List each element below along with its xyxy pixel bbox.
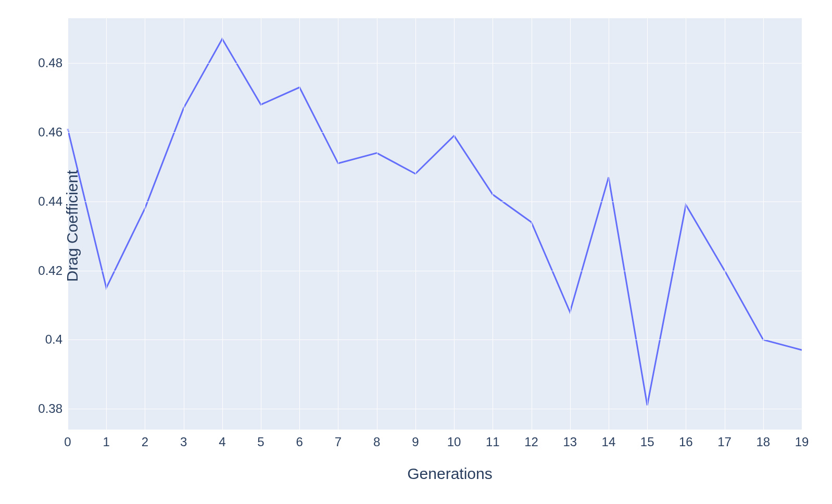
x-tick-label: 13 xyxy=(563,435,577,449)
x-tick-label: 9 xyxy=(412,435,419,449)
grid-line-vertical xyxy=(377,18,377,430)
line-series xyxy=(68,39,802,406)
x-tick-label: 16 xyxy=(679,435,693,449)
x-tick-label: 8 xyxy=(373,435,380,449)
y-tick-label: 0.42 xyxy=(38,263,62,278)
y-tick-label: 0.48 xyxy=(38,56,62,70)
x-tick-label: 6 xyxy=(296,435,303,449)
chart-container: Drag Coefficient Generations 01234567891… xyxy=(0,0,832,504)
grid-line-vertical xyxy=(261,18,261,430)
grid-line-horizontal xyxy=(68,409,802,409)
plot-area xyxy=(68,18,802,430)
x-tick-label: 14 xyxy=(602,435,616,449)
x-tick-label: 2 xyxy=(142,435,148,449)
grid-line-vertical xyxy=(145,18,145,430)
x-tick-label: 0 xyxy=(64,435,71,449)
grid-line-vertical xyxy=(299,18,300,430)
y-tick-label: 0.44 xyxy=(38,194,62,209)
x-tick-label: 18 xyxy=(756,435,770,449)
x-tick-label: 11 xyxy=(486,435,500,449)
grid-line-vertical xyxy=(493,18,493,430)
x-tick-label: 3 xyxy=(180,435,187,449)
grid-line-horizontal xyxy=(68,63,802,64)
x-tick-label: 17 xyxy=(717,435,732,449)
grid-line-vertical xyxy=(532,18,532,430)
x-tick-label: 4 xyxy=(219,435,225,449)
grid-line-vertical xyxy=(222,18,223,430)
x-tick-label: 5 xyxy=(257,435,264,449)
grid-line-vertical xyxy=(454,18,455,430)
grid-line-horizontal xyxy=(68,339,802,340)
x-tick-label: 19 xyxy=(795,435,809,449)
x-tick-label: 10 xyxy=(447,435,461,449)
grid-line-vertical xyxy=(338,18,338,430)
grid-line-vertical xyxy=(802,18,802,430)
grid-line-vertical xyxy=(570,18,571,430)
y-tick-label: 0.4 xyxy=(45,332,62,347)
x-tick-label: 7 xyxy=(335,435,342,449)
grid-line-vertical xyxy=(184,18,184,430)
x-axis-title: Generations xyxy=(407,465,492,483)
y-tick-label: 0.46 xyxy=(38,125,62,140)
grid-line-vertical xyxy=(725,18,725,430)
grid-line-vertical xyxy=(763,18,764,430)
grid-line-horizontal xyxy=(68,132,802,133)
grid-line-vertical xyxy=(609,18,609,430)
grid-line-vertical xyxy=(647,18,648,430)
x-tick-label: 1 xyxy=(103,435,110,449)
line-series-svg xyxy=(68,18,802,430)
grid-line-horizontal xyxy=(68,271,802,271)
y-tick-label: 0.38 xyxy=(38,401,62,416)
x-tick-label: 12 xyxy=(524,435,538,449)
grid-line-vertical xyxy=(106,18,107,430)
y-axis-title: Drag Coefficient xyxy=(64,170,81,282)
x-tick-label: 15 xyxy=(640,435,654,449)
grid-line-vertical xyxy=(686,18,686,430)
grid-line-vertical xyxy=(415,18,416,430)
grid-line-horizontal xyxy=(68,201,802,202)
